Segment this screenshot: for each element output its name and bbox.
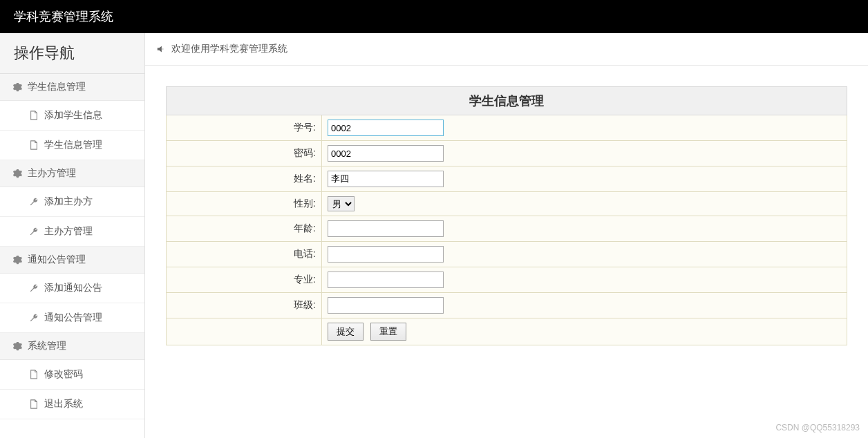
- nav-item[interactable]: 主办方管理: [0, 217, 144, 247]
- nav-group-label: 主办方管理: [28, 167, 76, 180]
- app-header: 学科竞赛管理系统: [0, 0, 868, 33]
- nav-group-header[interactable]: 通知公告管理: [0, 247, 144, 274]
- input-phone[interactable]: [328, 246, 444, 263]
- label-student-id: 学号:: [167, 115, 322, 141]
- label-major: 专业:: [167, 267, 322, 293]
- label-gender: 性别:: [167, 192, 322, 216]
- nav-item-label: 添加通知公告: [44, 282, 102, 294]
- nav-group-header[interactable]: 学生信息管理: [0, 74, 144, 101]
- wrench-icon: [29, 313, 39, 323]
- nav-item-label: 主办方管理: [44, 225, 93, 238]
- input-name[interactable]: [328, 171, 444, 187]
- nav-item[interactable]: 修改密码: [0, 360, 144, 390]
- submit-button[interactable]: 提交: [328, 323, 364, 341]
- label-actions: [167, 318, 322, 345]
- label-phone: 电话:: [167, 242, 322, 267]
- nav-item-label: 添加学生信息: [44, 109, 102, 122]
- nav-item[interactable]: 通知公告管理: [0, 303, 144, 333]
- student-form-table: 学生信息管理 学号: 密码: 姓名: 性别: 男女: [166, 86, 847, 345]
- file-icon: [29, 399, 39, 409]
- label-class: 班级:: [167, 293, 322, 318]
- nav-item[interactable]: 添加通知公告: [0, 274, 144, 303]
- nav-item-label: 退出系统: [44, 398, 83, 410]
- gear-icon: [12, 255, 22, 265]
- reset-button[interactable]: 重置: [370, 323, 406, 341]
- wrench-icon: [29, 283, 39, 293]
- file-icon: [29, 140, 39, 150]
- nav-item-label: 通知公告管理: [44, 312, 102, 324]
- wrench-icon: [29, 197, 39, 207]
- input-class[interactable]: [328, 297, 444, 314]
- nav-group-label: 系统管理: [28, 340, 66, 352]
- label-name: 姓名:: [167, 166, 322, 192]
- label-password: 密码:: [167, 141, 322, 166]
- nav-item[interactable]: 学生信息管理: [0, 131, 144, 160]
- nav-item-label: 修改密码: [44, 368, 83, 381]
- input-age[interactable]: [328, 220, 444, 237]
- form-title: 学生信息管理: [167, 87, 847, 115]
- select-gender[interactable]: 男女: [328, 196, 355, 211]
- main-area: 欢迎使用学科竞赛管理系统 学生信息管理 学号: 密码: 姓名:: [145, 33, 868, 438]
- wrench-icon: [29, 227, 39, 236]
- sidebar: 操作导航 学生信息管理添加学生信息学生信息管理主办方管理添加主办方主办方管理通知…: [0, 33, 145, 438]
- label-age: 年龄:: [167, 216, 322, 242]
- breadcrumb: 欢迎使用学科竞赛管理系统: [145, 33, 868, 66]
- nav-group-header[interactable]: 系统管理: [0, 333, 144, 360]
- app-title: 学科竞赛管理系统: [14, 10, 113, 23]
- gear-icon: [12, 82, 22, 92]
- nav-item-label: 添加主办方: [44, 196, 93, 208]
- input-password[interactable]: [328, 145, 444, 162]
- breadcrumb-text: 欢迎使用学科竞赛管理系统: [171, 43, 287, 55]
- nav-group-label: 学生信息管理: [28, 81, 86, 93]
- input-major[interactable]: [328, 272, 444, 288]
- file-icon: [29, 111, 39, 120]
- nav-item-label: 学生信息管理: [44, 139, 102, 151]
- file-icon: [29, 370, 39, 379]
- input-student-id[interactable]: [328, 120, 444, 136]
- nav-group-label: 通知公告管理: [28, 254, 86, 266]
- nav-group-header[interactable]: 主办方管理: [0, 160, 144, 187]
- gear-icon: [12, 341, 22, 351]
- speaker-icon: [156, 44, 166, 54]
- nav-item[interactable]: 添加学生信息: [0, 101, 144, 131]
- nav-item[interactable]: 退出系统: [0, 390, 144, 419]
- gear-icon: [12, 169, 22, 178]
- nav-item[interactable]: 添加主办方: [0, 187, 144, 217]
- sidebar-title: 操作导航: [0, 33, 144, 74]
